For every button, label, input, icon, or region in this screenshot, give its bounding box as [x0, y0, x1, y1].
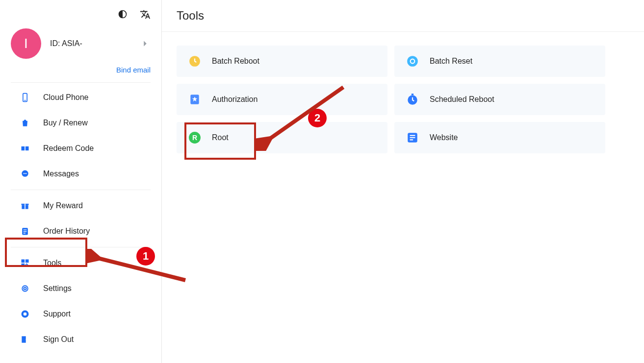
tool-label: Scheduled Reboot [430, 95, 494, 104]
svg-rect-28 [412, 94, 413, 95]
sidebar-item-support[interactable]: Support [0, 301, 161, 327]
nav-section-3: Tools Settings Support Sign Out [0, 248, 161, 354]
nav-label: Redeem Code [43, 144, 94, 153]
nav-label: Cloud Phone [43, 93, 89, 102]
svg-rect-16 [26, 260, 29, 263]
svg-text:R: R [192, 134, 197, 142]
svg-rect-2 [22, 146, 25, 150]
phone-icon [20, 92, 30, 103]
svg-rect-3 [26, 146, 29, 150]
tool-label: Authorization [212, 95, 258, 104]
tool-label: Root [212, 133, 229, 142]
nav-section-2: My Reward Order History [0, 191, 161, 246]
tool-label: Batch Reset [430, 57, 472, 66]
tools-grid: Batch Reboot Batch Reset Authorization S… [162, 32, 644, 167]
sidebar-item-order-history[interactable]: Order History [0, 218, 161, 244]
bag-icon [20, 118, 30, 128]
svg-point-24 [407, 56, 418, 67]
svg-rect-17 [22, 264, 25, 267]
main: Tools Batch Reboot Batch Reset Authoriza… [162, 0, 644, 363]
sidebar-item-messages[interactable]: Messages [0, 161, 161, 187]
profile-row[interactable]: I ID: ASIA- [11, 25, 151, 62]
divider [11, 190, 151, 190]
sidebar: I ID: ASIA- Bind email Cloud Phone Buy /… [0, 0, 162, 363]
grid-icon [20, 258, 30, 268]
svg-rect-1 [24, 100, 26, 100]
svg-rect-10 [25, 204, 26, 209]
nav-label: Buy / Renew [43, 119, 88, 127]
nav-label: Sign Out [43, 335, 74, 344]
nav-label: Tools [43, 259, 61, 267]
tool-label: Website [430, 133, 458, 142]
svg-point-7 [26, 173, 27, 174]
avatar: I [11, 28, 41, 59]
tool-website[interactable]: Website [394, 122, 605, 153]
sidebar-item-buy-renew[interactable]: Buy / Renew [0, 110, 161, 136]
svg-rect-14 [24, 233, 26, 233]
nav-label: My Reward [43, 201, 83, 210]
svg-point-6 [25, 173, 26, 174]
page-title: Tools [162, 0, 644, 32]
svg-point-5 [24, 173, 25, 174]
sidebar-item-sign-out[interactable]: Sign Out [0, 327, 161, 352]
reset-icon [406, 55, 419, 68]
tool-label: Batch Reboot [212, 57, 259, 66]
ticket-icon [20, 143, 30, 154]
profile-id: ID: ASIA- [50, 39, 131, 48]
nav-label: Support [43, 310, 71, 318]
nav-section-1: Cloud Phone Buy / Renew Redeem Code Mess… [0, 83, 161, 189]
tool-root[interactable]: R Root [177, 122, 387, 153]
sidebar-item-my-reward[interactable]: My Reward [0, 193, 161, 218]
svg-rect-12 [24, 230, 27, 230]
sidebar-item-tools[interactable]: Tools [0, 250, 161, 276]
svg-rect-13 [24, 231, 27, 232]
svg-rect-15 [22, 260, 25, 263]
tool-batch-reset[interactable]: Batch Reset [394, 46, 605, 77]
tool-authorization[interactable]: Authorization [177, 84, 387, 115]
support-icon [20, 309, 30, 319]
nav-label: Messages [43, 169, 79, 178]
badge-icon [188, 93, 201, 106]
bind-email-link[interactable]: Bind email [116, 66, 151, 74]
nav-label: Order History [43, 227, 90, 236]
web-icon [406, 131, 419, 144]
language-icon[interactable] [140, 9, 151, 20]
root-icon: R [188, 131, 201, 144]
sidebar-item-redeem-code[interactable]: Redeem Code [0, 136, 161, 161]
theme-toggle-icon[interactable] [117, 9, 128, 20]
tool-batch-reboot[interactable]: Batch Reboot [177, 46, 387, 77]
sidebar-item-cloud-phone[interactable]: Cloud Phone [0, 85, 161, 110]
gift-icon [20, 200, 30, 211]
avatar-letter: I [24, 36, 28, 51]
chat-icon [20, 169, 30, 179]
divider [11, 247, 151, 247]
signout-icon [20, 334, 30, 345]
clock-icon [188, 55, 201, 68]
svg-rect-22 [22, 336, 26, 342]
nav-label: Settings [43, 284, 72, 293]
tool-scheduled-reboot[interactable]: Scheduled Reboot [394, 84, 605, 115]
chevron-right-icon [140, 38, 151, 49]
svg-point-21 [24, 313, 27, 316]
gear-icon [20, 283, 30, 294]
clipboard-icon [20, 226, 30, 237]
sidebar-item-settings[interactable]: Settings [0, 276, 161, 301]
stopwatch-icon [406, 93, 419, 106]
